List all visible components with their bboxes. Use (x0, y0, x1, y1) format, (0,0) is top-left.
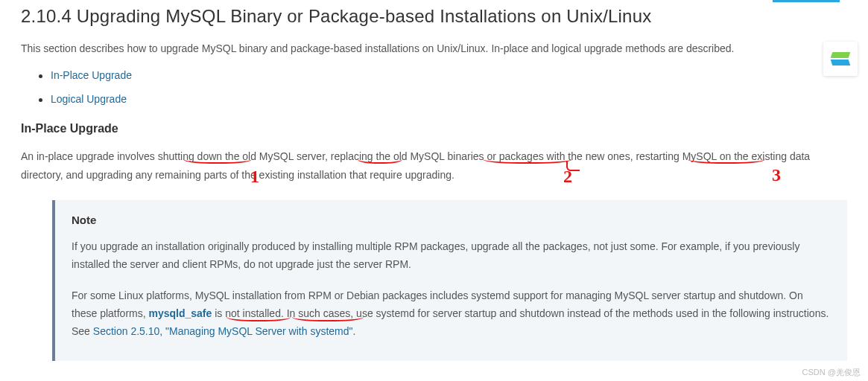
section-body: An in-place upgrade involves shutting do… (21, 147, 847, 184)
toc-list: In-Place Upgrade Logical Upgrade (39, 68, 847, 106)
intro-paragraph: This section describes how to upgrade My… (21, 40, 847, 57)
logo-bar-green (831, 52, 851, 58)
section-heading-inplace: In-Place Upgrade (21, 122, 847, 135)
page-title: 2.10.4 Upgrading MySQL Binary or Package… (21, 6, 847, 27)
annotation-number-2: 2 (563, 161, 572, 192)
note-paragraph-2: For some Linux platforms, MySQL installa… (72, 287, 831, 340)
toc-item: In-Place Upgrade (39, 68, 847, 82)
annotation-hook-2 (566, 161, 580, 171)
keyword-mysqld-safe: mysqld_safe (149, 307, 212, 319)
section-body-text: An in-place upgrade involves shutting do… (21, 150, 810, 181)
logo-bar-blue (831, 60, 851, 65)
note-paragraph-1: If you upgrade an installation originall… (72, 238, 831, 274)
toc-link-logical[interactable]: Logical Upgrade (51, 93, 127, 105)
note-title: Note (72, 214, 831, 226)
annotation-number-3: 3 (772, 159, 781, 190)
toc-item: Logical Upgrade (39, 92, 847, 106)
document-content: 2.10.4 Upgrading MySQL Binary or Package… (0, 0, 868, 361)
link-section-2-5-10[interactable]: Section 2.5.10, "Managing MySQL Server w… (93, 325, 353, 337)
note-box: Note If you upgrade an installation orig… (52, 200, 847, 361)
toc-link-inplace[interactable]: In-Place Upgrade (51, 69, 132, 81)
note-text-c: . (353, 325, 356, 337)
watermark: CSDN @羌俊恩 (802, 367, 861, 378)
top-accent-bar (773, 0, 840, 2)
